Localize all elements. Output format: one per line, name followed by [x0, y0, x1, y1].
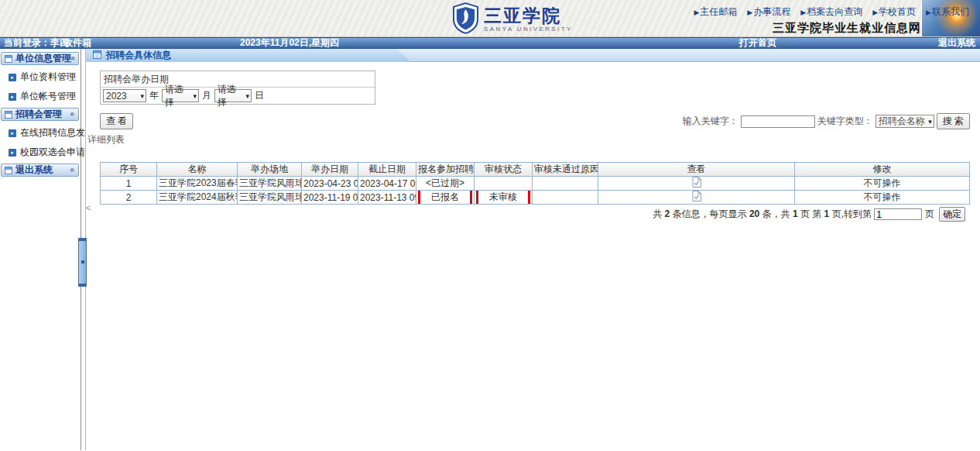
year-select-value: 2023	[106, 91, 127, 102]
triangle-bullet-icon: ▶	[926, 9, 931, 16]
nav-link-school-home[interactable]: ▶学校首页	[872, 5, 916, 19]
cell-modify: 不可操作	[795, 191, 970, 205]
collapse-chevrons-icon[interactable]: «	[69, 168, 77, 173]
sidebar-item-label: 校园双选会申请	[20, 146, 85, 159]
confirm-button[interactable]: 确定	[939, 207, 965, 222]
month-select-value: 请选择	[165, 83, 190, 109]
pagination: 共 2 条信息，每页显示 20 条，共 1 页 第 1 页,转到第 页 确定	[86, 207, 965, 222]
sidebar-group-job-fair[interactable]: 招聘会管理 «	[1, 108, 79, 121]
day-select-value: 请选择	[218, 83, 242, 109]
pagination-text: 共	[653, 208, 664, 219]
inbox-link[interactable]: 收件箱	[63, 38, 91, 48]
total-pages: 1	[793, 208, 798, 219]
keyword-type-label: 关键字类型：	[817, 115, 873, 128]
tab-bar: 招聘会具体信息	[86, 49, 980, 62]
arrow-square-icon: ▸	[9, 149, 16, 157]
cell-date: 2023-11-19 09:00	[302, 191, 358, 205]
cell-seq: 2	[101, 191, 157, 205]
col-audit-status: 审核状态	[475, 163, 533, 177]
view-document-icon[interactable]	[692, 191, 701, 204]
window-icon	[5, 55, 12, 63]
tab-job-fair-details[interactable]: 招聘会具体信息	[86, 49, 411, 62]
col-reject-reason: 审核未通过原因	[533, 163, 598, 177]
sidebar-group-exit-system[interactable]: 退出系统 «	[1, 164, 79, 177]
triangle-bullet-icon: ▶	[872, 9, 878, 16]
panel-collapse-arrow-icon[interactable]: <	[86, 203, 91, 212]
sidebar-group-label: 招聘会管理	[15, 108, 70, 121]
sidebar-item-label: 在线招聘信息发布	[20, 126, 94, 139]
sidebar-item-unit-profile[interactable]: ▸ 单位资料管理	[0, 67, 81, 87]
chevron-down-icon: ▾	[245, 92, 249, 100]
table-row: 1 三亚学院2023届春季双选会 三亚学院风雨球场 2023-04-23 09:…	[101, 177, 970, 191]
form-icon	[93, 50, 101, 61]
col-modify: 修改	[795, 163, 970, 177]
cell-audit-status	[475, 177, 533, 191]
cell-audit-status: 未审核	[475, 191, 533, 205]
sidebar-item-unit-account[interactable]: ▸ 单位帐号管理	[0, 87, 81, 106]
cell-venue: 三亚学院风雨球场	[238, 177, 302, 191]
sidebar-item-online-recruit-publish[interactable]: ▸ 在线招聘信息发布	[0, 123, 81, 143]
page-size: 20	[749, 208, 759, 219]
page-header: 三亚学院 SANYA UNIVERSITY 三亚学院毕业生就业信息网 ▶主任邮箱…	[0, 0, 980, 37]
current-date-label: 2023年11月02日,星期四	[240, 38, 339, 48]
col-deadline: 截止日期	[358, 163, 416, 177]
triangle-bullet-icon: ▶	[694, 9, 699, 16]
triangle-bullet-icon: ▶	[800, 9, 806, 16]
job-fair-table: 序号 名称 举办场地 举办日期 截止日期 报名参加招聘会 审核状态 审核未通过原…	[100, 162, 970, 205]
sidebar-group-label: 单位信息管理	[15, 52, 71, 65]
pagination-text: 页 第	[798, 208, 824, 219]
keyword-type-select[interactable]: 招聘会名称 ▾	[875, 115, 934, 128]
collapse-chevrons-icon[interactable]: «	[69, 112, 77, 117]
arrow-square-icon: ▸	[9, 93, 16, 101]
search-button[interactable]: 搜 索	[937, 113, 970, 129]
logo-text-cn: 三亚学院	[484, 7, 573, 25]
chevron-down-icon: ▾	[193, 92, 197, 100]
view-button[interactable]: 查 看	[100, 113, 133, 129]
pagination-text: 条，共	[759, 208, 793, 219]
collapse-chevrons-icon[interactable]: «	[69, 57, 77, 61]
arrow-square-icon: ▸	[9, 129, 16, 137]
status-bar: 当前登录：李四 收件箱 2023年11月02日,星期四 打开首页 退出系统	[0, 37, 980, 49]
day-select[interactable]: 请选择 ▾	[214, 89, 252, 102]
year-select[interactable]: 2023 ▾	[103, 89, 146, 102]
cell-view	[598, 177, 795, 191]
shield-logo-icon	[453, 2, 478, 36]
month-select[interactable]: 请选择 ▾	[162, 89, 199, 102]
goto-page-input[interactable]	[874, 208, 922, 220]
window-icon	[5, 111, 12, 119]
cell-date: 2023-04-23 09:00	[302, 177, 358, 191]
cell-seq: 1	[101, 177, 157, 191]
nav-link-director-mailbox[interactable]: ▶主任邮箱	[694, 5, 737, 19]
col-view: 查看	[598, 163, 795, 177]
site-title: 三亚学院毕业生就业信息网	[773, 21, 921, 36]
sidebar-group-unit-info[interactable]: 单位信息管理 «	[1, 52, 79, 65]
sidebar-group-label: 退出系统	[15, 164, 70, 177]
open-homepage-link[interactable]: 打开首页	[739, 38, 776, 48]
window-icon	[5, 167, 12, 174]
chevron-down-icon: ▾	[140, 92, 144, 100]
col-seq: 序号	[101, 163, 157, 177]
pagination-text: 页,转到第	[829, 208, 872, 219]
cell-signup: <已过期>	[416, 177, 475, 191]
cell-venue: 三亚学院风雨球场	[238, 191, 302, 205]
sidebar-item-campus-fair-apply[interactable]: ▸ 校园双选会申请	[0, 143, 81, 162]
nav-link-archive-query[interactable]: ▶档案去向查询	[800, 5, 862, 19]
sidebar-scrollbar-thumb[interactable]	[78, 238, 87, 287]
sidebar-item-label: 单位帐号管理	[20, 90, 76, 103]
detail-list-label: 详细列表	[87, 133, 980, 146]
col-date: 举办日期	[302, 163, 358, 177]
university-logo: 三亚学院 SANYA UNIVERSITY	[453, 2, 573, 36]
nav-link-contact-us[interactable]: ▶联系我们	[926, 5, 969, 19]
cell-reject-reason	[533, 177, 598, 191]
cell-signup: 已报名	[416, 191, 475, 205]
cell-deadline: 2023-11-13 09:00	[358, 191, 416, 205]
pagination-text: 条信息，每页显示	[670, 208, 749, 219]
keyword-input[interactable]	[741, 115, 815, 128]
cell-name: 三亚学院2023届春季双选会	[157, 177, 238, 191]
cell-name: 三亚学院2024届秋季双选会	[157, 191, 238, 205]
logout-link[interactable]: 退出系统	[938, 38, 975, 48]
col-signup: 报名参加招聘会	[416, 163, 475, 177]
nav-link-process[interactable]: ▶办事流程	[747, 5, 790, 19]
day-unit-label: 日	[255, 89, 264, 102]
view-document-icon[interactable]	[692, 177, 701, 190]
